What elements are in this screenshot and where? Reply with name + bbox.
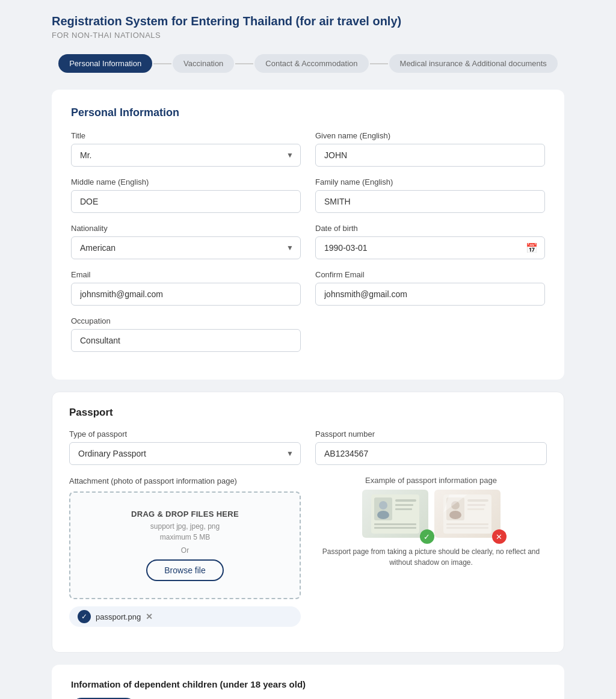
email-input[interactable] [71, 283, 301, 306]
passport-title: Passport [69, 407, 547, 419]
passport-note: Passport page from taking a picture shou… [315, 546, 547, 568]
passport-number-label: Passport number [315, 430, 547, 439]
step-pill-medical: Medical insurance & Additional documents [389, 54, 558, 73]
passport-type-label: Type of passport [69, 430, 301, 439]
passport-correct-svg [371, 494, 419, 534]
middle-name-group: Middle name (English) [71, 177, 301, 213]
step-vaccination[interactable]: Vaccination [173, 54, 234, 73]
page-container: Registration System for Entering Thailan… [37, 14, 579, 699]
step-pill-contact: Contact & Accommodation [254, 54, 368, 73]
passport-number-group: Passport number [315, 430, 547, 465]
file-remove-icon[interactable]: ✕ [146, 612, 153, 621]
title-label: Title [71, 131, 301, 140]
given-name-group: Given name (English) [315, 131, 545, 167]
passport-attachment-row: Attachment (photo of passport informatio… [69, 476, 547, 627]
occupation-input[interactable] [71, 329, 301, 352]
confirm-email-label: Confirm Email [315, 270, 545, 279]
occupation-label: Occupation [71, 316, 301, 325]
family-name-group: Family name (English) [315, 177, 545, 213]
form-row-1: Title Mr. Mrs. Miss Ms. Dr. ▼ Given name… [71, 131, 545, 167]
passport-wrong-box: ✕ [434, 490, 500, 538]
step-arrow-3 [370, 63, 388, 64]
max-size-text: maximum 5 MB [82, 533, 288, 541]
passport-wrong-svg [443, 494, 491, 534]
passport-form-row-1: Type of passport Ordinary Passport Offic… [69, 430, 547, 465]
attachment-group: Attachment (photo of passport informatio… [69, 476, 301, 627]
passport-number-input[interactable] [315, 442, 547, 465]
occupation-spacer [315, 316, 545, 352]
passport-example-group: Example of passport information page [315, 476, 547, 627]
file-name: passport.png [96, 612, 141, 621]
step-contact[interactable]: Contact & Accommodation [254, 54, 368, 73]
step-pill-vaccination: Vaccination [173, 54, 234, 73]
children-title: Information of dependent children (under… [71, 679, 545, 689]
dob-group: Date of birth 📅 [315, 224, 545, 259]
family-name-input[interactable] [315, 190, 545, 213]
file-tag: ✓ passport.png ✕ [69, 606, 301, 627]
svg-rect-7 [374, 523, 416, 525]
confirm-email-input[interactable] [315, 283, 545, 306]
middle-name-label: Middle name (English) [71, 177, 301, 186]
svg-point-3 [377, 511, 389, 519]
passport-type-select-wrapper: Ordinary Passport Official Passport Dipl… [69, 442, 301, 465]
passport-type-group: Type of passport Ordinary Passport Offic… [69, 430, 301, 465]
title-select-wrapper: Mr. Mrs. Miss Ms. Dr. ▼ [71, 144, 301, 167]
email-group: Email [71, 270, 301, 306]
confirm-email-group: Confirm Email [315, 270, 545, 306]
ok-badge: ✓ [420, 529, 434, 544]
given-name-label: Given name (English) [315, 131, 545, 140]
form-row-2: Middle name (English) Family name (Engli… [71, 177, 545, 213]
middle-name-input[interactable] [71, 190, 301, 213]
page-subtitle: FOR NON-THAI NATIONALS [52, 31, 564, 40]
passport-correct-box: ✓ [362, 490, 428, 538]
form-row-4: Email Confirm Email [71, 270, 545, 306]
no-badge: ✕ [492, 529, 507, 544]
steps-container: Personal Information Vaccination Contact… [52, 54, 564, 73]
passport-img-wrong: ✕ [434, 490, 500, 538]
children-section: Information of dependent children (under… [52, 665, 564, 699]
step-arrow-2 [235, 63, 253, 64]
svg-point-2 [379, 501, 387, 510]
support-text: support jpg, jpeg, png [82, 522, 288, 531]
email-label: Email [71, 270, 301, 279]
occupation-group: Occupation [71, 316, 301, 352]
passport-section: Passport Type of passport Ordinary Passp… [52, 392, 564, 653]
svg-rect-4 [395, 499, 416, 502]
upload-area[interactable]: DRAG & DROP FILES HERE support jpg, jpeg… [69, 491, 301, 599]
nationality-select[interactable]: American British French German Japanese … [71, 236, 301, 259]
passport-img-correct: ✓ [362, 490, 428, 538]
nationality-select-wrapper: American British French German Japanese … [71, 236, 301, 259]
step-arrow-1 [153, 63, 171, 64]
section-title: Personal Information [71, 106, 545, 119]
passport-images: ✓ [315, 490, 547, 538]
browse-file-button[interactable]: Browse file [146, 559, 223, 581]
nationality-group: Nationality American British French Germ… [71, 224, 301, 259]
svg-rect-5 [395, 504, 413, 506]
drag-drop-text: DRAG & DROP FILES HERE [82, 510, 288, 519]
or-text: Or [82, 546, 288, 555]
dob-input[interactable] [315, 236, 545, 259]
title-group: Title Mr. Mrs. Miss Ms. Dr. ▼ [71, 131, 301, 167]
nationality-label: Nationality [71, 224, 301, 233]
personal-info-section: Personal Information Title Mr. Mrs. Miss… [52, 90, 564, 380]
file-check-icon: ✓ [78, 610, 91, 623]
dob-input-wrapper: 📅 [315, 236, 545, 259]
svg-rect-6 [395, 508, 412, 510]
step-personal[interactable]: Personal Information [58, 54, 152, 73]
page-title: Registration System for Entering Thailan… [52, 14, 564, 28]
form-row-3: Nationality American British French Germ… [71, 224, 545, 259]
passport-type-select[interactable]: Ordinary Passport Official Passport Dipl… [69, 442, 301, 465]
step-medical[interactable]: Medical insurance & Additional documents [389, 54, 558, 73]
given-name-input[interactable] [315, 144, 545, 167]
step-pill-personal: Personal Information [58, 54, 152, 73]
title-select[interactable]: Mr. Mrs. Miss Ms. Dr. [71, 144, 301, 167]
svg-rect-8 [374, 527, 416, 529]
dob-label: Date of birth [315, 224, 545, 233]
example-label: Example of passport information page [315, 476, 547, 485]
passport-example: Example of passport information page [315, 476, 547, 568]
form-row-5: Occupation [71, 316, 545, 352]
attachment-label: Attachment (photo of passport informatio… [69, 476, 301, 487]
family-name-label: Family name (English) [315, 177, 545, 186]
